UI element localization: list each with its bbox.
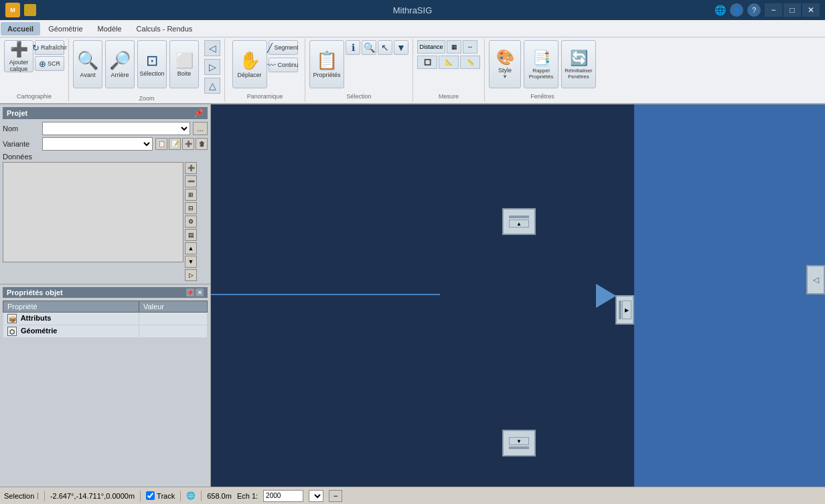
proprietes-button[interactable]: 📋 Propriétés [309, 40, 344, 88]
add-layer-button[interactable]: ➕ Ajoutercalque [4, 40, 33, 72]
track-checkbox[interactable] [146, 491, 155, 500]
more-select-button[interactable]: ▼ [394, 40, 408, 55]
zoom-selection-button[interactable]: ⊡ Sélection [137, 40, 167, 88]
side-controls: ➕ ➖ ⊞ ⊟ ⚙ ▤ ▲ ▼ ▷ [185, 162, 197, 281]
mesure-btn1[interactable]: ▦ [447, 40, 461, 54]
properties-pin-btn[interactable]: 📌 [186, 288, 194, 297]
deplacer-button[interactable]: ✋ Déplacer [232, 40, 267, 88]
style-icon: 🎨 [496, 49, 514, 66]
info-button[interactable]: ℹ [346, 40, 360, 55]
identify-icon: 🔍 [364, 42, 375, 53]
mesure-btn3[interactable]: 🔲 [417, 56, 437, 69]
scr-button[interactable]: ⊕ SCR [35, 56, 64, 71]
segment-icon: ╱ [267, 43, 273, 53]
track-section: Track [146, 491, 175, 500]
col-valeur: Valeur [139, 301, 207, 313]
attributs-icon: 📦 [7, 314, 17, 323]
user-icon[interactable]: 👤 [730, 3, 743, 17]
data-settings-button[interactable]: ⚙ [185, 216, 197, 228]
reset-icon: 🔄 [570, 50, 588, 67]
quick-access-btn[interactable] [24, 4, 36, 16]
cartographie-label: Cartographie [4, 92, 64, 100]
scale-input[interactable] [263, 490, 303, 502]
variante-row: Variante 📋 📝 ➕ 🗑 [3, 137, 208, 151]
project-header: Projet 📌 [3, 107, 208, 119]
zoom-label: Zoom [73, 94, 220, 102]
app-logo: M [5, 3, 20, 17]
maximize-button[interactable]: □ [783, 3, 801, 17]
properties-panel: Propriétés objet 📌 ✕ Propriété Valeur [0, 284, 210, 487]
panoramique-label: Panoramique [229, 92, 301, 100]
variante-btn1[interactable]: 📋 [155, 138, 167, 150]
reinitialiser-button[interactable]: 🔄 RéinitialiserFenêtres [561, 40, 596, 88]
data-down-button[interactable]: ▼ [185, 256, 197, 268]
data-grid1-button[interactable]: ⊞ [185, 189, 197, 201]
rappel-icon: 📑 [532, 50, 550, 67]
nom-browse-button[interactable]: … [193, 122, 208, 135]
coordinates-display: -2.647°,-14.711°,0.0000m [50, 492, 135, 500]
data-remove-button[interactable]: ➖ [185, 175, 197, 187]
map-widget-top[interactable]: ▲ [502, 208, 536, 235]
pin-button[interactable]: 📌 [194, 108, 204, 118]
zoom-minus-button[interactable]: − [329, 490, 342, 502]
project-panel: Projet 📌 Nom … Variante 📋 📝 ➕ 🗑 Données [0, 104, 210, 284]
menu-calculs[interactable]: Calculs - Rendus [130, 22, 200, 35]
zoom-in-icon: 🔍 [77, 50, 98, 71]
continu-button[interactable]: 〰 Continu [269, 58, 298, 72]
scale-select[interactable] [309, 490, 323, 502]
mesure-btn5[interactable]: 📏 [460, 56, 480, 69]
mesure-btn2[interactable]: ↔ [463, 40, 477, 54]
scr-icon: ⊕ [39, 59, 46, 69]
data-expand-button[interactable]: ▷ [185, 269, 197, 281]
properties-close-btn[interactable]: ✕ [196, 288, 204, 297]
refresh-icon: ↻ [32, 43, 40, 53]
variante-btn3[interactable]: ➕ [182, 138, 194, 150]
rafraichir-button[interactable]: ↻ Rafraîchir [35, 40, 64, 55]
menu-geometrie[interactable]: Géométrie [42, 22, 89, 35]
data-list[interactable] [3, 162, 183, 262]
divider2 [140, 491, 141, 501]
data-up-button[interactable]: ▲ [185, 242, 197, 254]
close-button[interactable]: ✕ [802, 3, 820, 17]
geometrie-label: Géométrie [21, 327, 57, 335]
minimize-button[interactable]: − [765, 3, 782, 17]
divider1 [44, 491, 45, 501]
nom-label: Nom [3, 124, 40, 133]
info-icon: ℹ [352, 42, 355, 53]
variante-select[interactable] [42, 137, 153, 151]
map-arrow-head [596, 284, 616, 308]
style-button[interactable]: 🎨 Style ▼ [489, 40, 521, 88]
nav-forward-button[interactable]: ▷ [204, 59, 220, 75]
data-grid2-button[interactable]: ⊟ [185, 202, 197, 214]
variante-btn2[interactable]: 📝 [169, 138, 181, 150]
zoom-boite-button[interactable]: ⬜ Boite [169, 40, 199, 88]
segment-button[interactable]: ╱ Segment [269, 40, 298, 55]
nav-back-button[interactable]: ◁ [204, 40, 220, 56]
zoom-avant-button[interactable]: 🔍 Avant [73, 40, 102, 88]
map-widget-bottom[interactable]: ▼ [502, 430, 536, 456]
add-layer-icon: ➕ [10, 41, 28, 58]
map-widget-right[interactable]: ▶ [615, 295, 634, 325]
right-expand-button[interactable]: ◁ [806, 265, 825, 295]
variante-label: Variante [3, 140, 40, 148]
map-area[interactable]: ▲ ▼ ▶ [211, 104, 634, 487]
zoom-arriere-button[interactable]: 🔎 Arrière [105, 40, 135, 88]
nom-select[interactable] [42, 122, 190, 135]
data-add-button[interactable]: ➕ [185, 162, 197, 174]
menu-accueil[interactable]: Accueil [1, 22, 40, 35]
help-button[interactable]: ? [747, 3, 761, 17]
variante-btn4[interactable]: 🗑 [196, 138, 208, 150]
identify-button[interactable]: 🔍 [362, 40, 376, 55]
nav-up-button[interactable]: △ [204, 78, 220, 94]
menu-modele[interactable]: Modèle [91, 22, 129, 35]
mesure-btn4[interactable]: 📐 [439, 56, 459, 69]
select-button[interactable]: ↖ [378, 40, 392, 55]
menubar: Accueil Géométrie Modèle Calculs - Rendu… [0, 20, 825, 37]
data-grid3-button[interactable]: ▤ [185, 229, 197, 241]
rappel-props-button[interactable]: 📑 RappelPropriétés [524, 40, 558, 88]
nav-globe-icon[interactable]: 🌐 [715, 5, 726, 15]
ribbon-group-selection: 📋 Propriétés ℹ 🔍 ↖ ▼ [305, 39, 413, 102]
attributs-label: Attributs [21, 314, 52, 322]
app-title: MithraSIG [393, 5, 433, 15]
distance-label-btn[interactable]: Distance [417, 40, 445, 54]
